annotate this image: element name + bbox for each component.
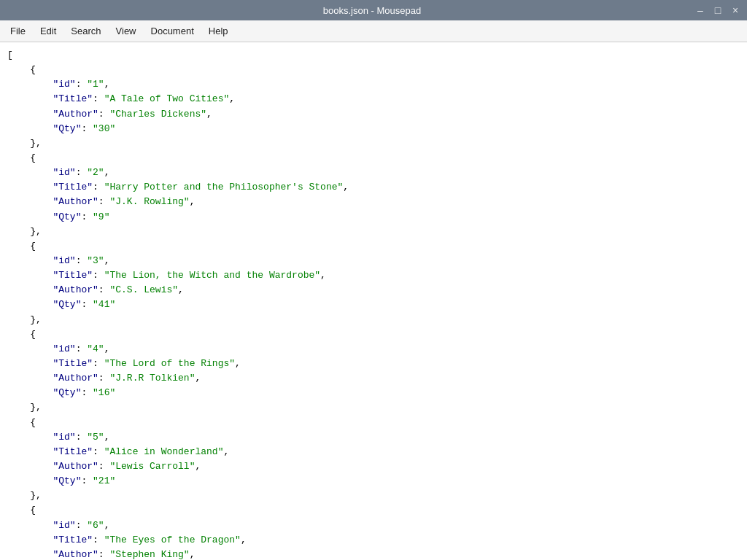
menu-item-search[interactable]: Search (63, 23, 108, 39)
minimize-button[interactable]: – (693, 3, 708, 18)
window-controls: – □ × (693, 3, 747, 18)
menu-item-help[interactable]: Help (201, 23, 236, 39)
menu-item-file[interactable]: File (3, 23, 33, 39)
window-title: books.json - Mousepad (51, 5, 693, 16)
close-button[interactable]: × (728, 3, 743, 18)
menu-item-view[interactable]: View (109, 23, 144, 39)
title-bar: books.json - Mousepad – □ × (0, 0, 747, 20)
maximize-button[interactable]: □ (711, 3, 725, 18)
menu-bar: FileEditSearchViewDocumentHelp (0, 20, 747, 42)
editor-wrapper: [ { "id": "1", "Title": "A Tale of Two C… (0, 42, 747, 560)
editor-content[interactable]: [ { "id": "1", "Title": "A Tale of Two C… (0, 42, 747, 560)
menu-item-edit[interactable]: Edit (33, 23, 63, 39)
menu-item-document[interactable]: Document (144, 23, 201, 39)
code-area: [ { "id": "1", "Title": "A Tale of Two C… (0, 45, 747, 560)
